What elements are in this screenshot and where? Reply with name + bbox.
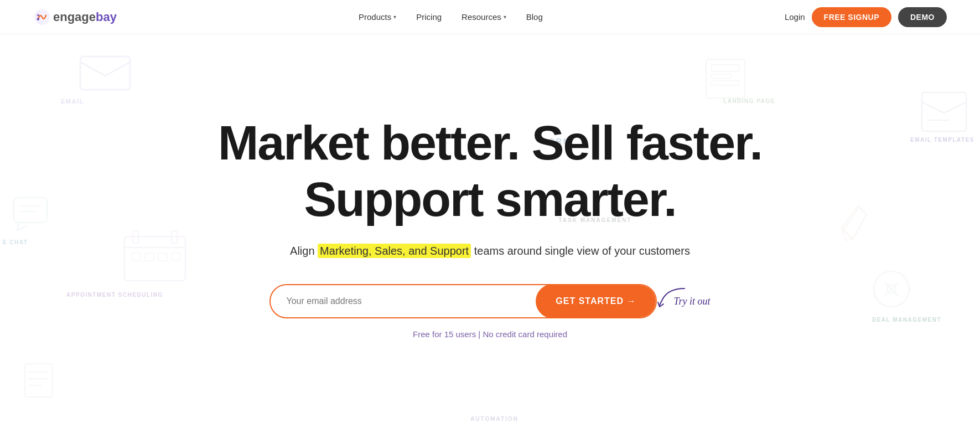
svg-rect-22 [25,364,53,397]
email-form: GET STARTED → [269,284,657,318]
svg-rect-3 [706,59,745,98]
free-note: Free for 15 users | No credit card requi… [218,329,762,339]
email-input[interactable] [271,296,536,306]
logo-engage: engage [53,10,96,24]
pen-icon-bg [836,200,869,245]
svg-point-1 [37,18,39,20]
demo-button[interactable]: DEMO [898,7,947,27]
bg-deal-label: DEAL MANAGEMENT [872,317,941,323]
email-icon-bg [77,51,133,95]
email-templates-icon-bg [919,90,969,134]
svg-rect-16 [132,253,141,261]
svg-rect-19 [172,253,180,261]
highlight-text: Marketing, Sales, and Support [318,244,471,258]
hero-section: EMAIL LANDING PAGE EMAIL TEMPLATES CRM E… [0,34,980,433]
bg-landing-page-label: LANDING PAGE [723,98,775,104]
svg-point-20 [874,271,909,307]
signup-button[interactable]: FREE SIGNUP [812,7,891,27]
bg-appt-label: APPOINTMENT SCHEDULING [66,292,163,298]
try-it-arrow-icon [657,286,690,308]
svg-rect-9 [14,198,47,223]
live-chat-icon-bg [11,195,50,231]
svg-rect-15 [172,231,177,243]
svg-rect-2 [80,56,130,90]
hero-content: Market better. Sell faster. Support smar… [218,117,762,339]
bg-live-chat-label: E CHAT [3,239,28,245]
nav-products[interactable]: Products ▾ [359,12,396,22]
logo-bay: bay [96,10,117,24]
login-button[interactable]: Login [785,12,805,22]
svg-rect-5 [712,74,731,79]
resources-chevron-icon: ▾ [504,14,506,20]
landing-page-icon-bg [703,56,748,101]
nav-links: Products ▾ Pricing Resources ▾ Blog [359,12,543,22]
try-it-out-annotation: Try it out [673,296,710,307]
hero-description: Align Marketing, Sales, and Support team… [218,245,762,257]
svg-rect-6 [712,81,739,85]
nav-resources[interactable]: Resources ▾ [462,12,506,22]
deal-mgmt-icon-bg [869,267,914,311]
svg-rect-4 [712,65,739,71]
svg-line-26 [844,209,858,229]
svg-rect-7 [922,92,966,131]
hero-headline: Market better. Sell faster. [218,117,762,168]
get-started-button[interactable]: GET STARTED → [536,284,656,318]
bottom-left-icon-bg [22,361,55,400]
logo[interactable]: engagebay [33,8,117,26]
svg-rect-12 [125,236,185,281]
svg-rect-18 [158,253,167,261]
svg-point-21 [887,285,896,293]
bg-email-label: EMAIL [61,98,84,105]
appt-scheduling-icon-bg [122,228,188,283]
svg-rect-17 [145,253,154,261]
nav-pricing[interactable]: Pricing [416,12,442,22]
hero-subheadline: Support smarter. [218,174,762,225]
email-form-wrapper: GET STARTED → Try it out [218,284,762,318]
nav-blog[interactable]: Blog [526,12,543,22]
bg-email-templates-label: EMAIL TEMPLATES [910,137,974,143]
bg-automation-label: AUTOMATION [470,416,518,422]
products-chevron-icon: ▾ [393,14,396,20]
nav-actions: Login FREE SIGNUP DEMO [785,7,947,27]
svg-rect-14 [133,231,138,243]
navbar: engagebay Products ▾ Pricing Resources ▾… [0,0,980,34]
